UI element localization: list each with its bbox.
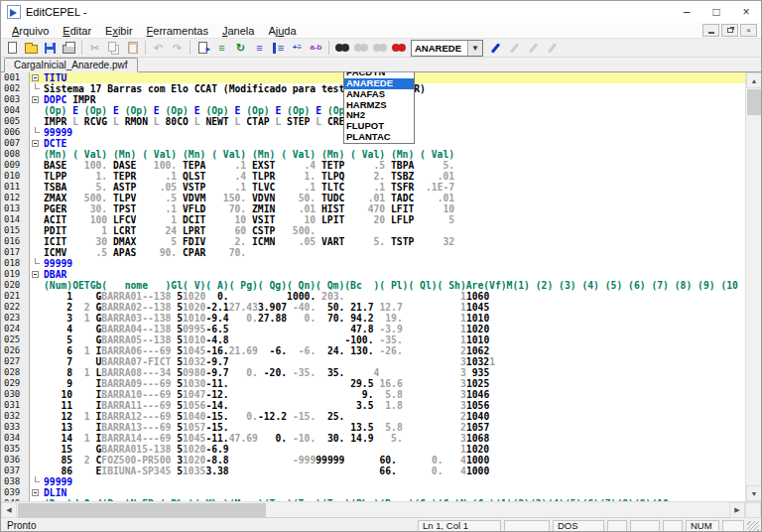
scroll-left-icon[interactable]: ◀ <box>1 502 17 518</box>
horizontal-scrollbar[interactable]: ◀ ▶ <box>1 501 761 517</box>
editor-line[interactable]: 009BASE 100. DASE 100. TEPA .1 EXST .4 T… <box>1 160 745 171</box>
menu-item-arquivo[interactable]: Arquivo <box>5 25 56 37</box>
find-icon[interactable] <box>332 39 351 57</box>
ab-toggle-icon[interactable]: a-b <box>307 39 325 57</box>
editor-line[interactable]: 011TSBA 5. ASTP .05 VSTP .1 TLVC .1 TLTC… <box>1 182 745 193</box>
vertical-scroll-thumb[interactable] <box>747 89 761 115</box>
minimize-button[interactable]: – <box>672 1 701 23</box>
fold-marker <box>30 302 44 313</box>
program-option-anafas[interactable]: ANAFAS <box>344 89 414 100</box>
refresh-record-icon[interactable]: ↻ <box>231 39 250 57</box>
mdi-restore-button[interactable] <box>721 24 738 37</box>
fold-marker <box>30 356 44 367</box>
horizontal-scroll-thumb[interactable] <box>18 503 266 517</box>
line-text: 99999 <box>44 476 72 487</box>
editor-line[interactable]: 035 15 GBARRA015-138 51020-6.9 11020 <box>1 444 745 455</box>
editor-line[interactable]: 033 13 IBARRA13---69 51057-15. 13.5 5.8 … <box>1 422 745 433</box>
editor-line[interactable]: 013PGER 30. TPST .1 VFLD 70. ZMIN .01 HI… <box>1 203 745 214</box>
mdi-close-button[interactable]: × <box>740 24 757 37</box>
menu-item-janela[interactable]: Janela <box>215 25 261 37</box>
redo-icon: ↷ <box>173 43 182 54</box>
line-number: 035 <box>1 444 30 455</box>
record-list-icon[interactable]: ≡ <box>250 39 269 57</box>
print-icon[interactable] <box>60 39 78 57</box>
editor-line[interactable]: 037 86 EIBIUNA-SP345 510353.38 66. 0. 41… <box>1 466 745 476</box>
line-number: 013 <box>1 203 30 214</box>
editor-line[interactable]: 014ACIT 100 LFCV 1 DCIT 10 VSIT 10 LPIT … <box>1 214 745 225</box>
fold-marker <box>30 182 44 193</box>
line-number: 009 <box>1 160 30 171</box>
insert-record-icon[interactable] <box>193 39 212 57</box>
format-record-icon[interactable]: ≡ <box>212 39 231 57</box>
line-text: 10 IBARRA10---69 51047-12. 9. 5.8 31046 <box>44 389 489 400</box>
line-text: DBAR <box>44 269 66 280</box>
fold-collapse-icon[interactable] <box>30 269 44 280</box>
open-file-icon[interactable] <box>22 39 41 57</box>
editor-line[interactable]: 024 4 GBARRA04--138 50995-6.5 47.8 -3.9 … <box>1 324 745 334</box>
editor-line[interactable]: 028 8 1 LBARRA08---34 50980-9.7 0. -20. … <box>1 367 745 378</box>
editor-line[interactable]: 036 85 2 CFOZ500-PR500 31020-8.8 -999999… <box>1 455 745 466</box>
scroll-down-icon[interactable]: ▼ <box>746 485 761 501</box>
scroll-right-icon[interactable]: ▶ <box>729 502 745 518</box>
editor-line[interactable]: 03899999 <box>1 476 745 487</box>
editor-line[interactable]: 019DBAR <box>1 269 745 280</box>
line-number: 026 <box>1 345 30 356</box>
editor-line[interactable]: 015PDIT 1 LCRT 24 LPRT 60 CSTP 500. <box>1 225 745 236</box>
line-text: 9 IBARRA09---69 51030-11. 29.5 16.6 3102… <box>44 378 489 389</box>
fold-collapse-icon[interactable] <box>30 94 44 105</box>
line-text: ACIT 100 LFCV 1 DCIT 10 VSIT 10 LPIT 20 … <box>44 214 454 225</box>
resize-grip[interactable] <box>747 521 759 532</box>
editor-line[interactable]: 016ICIT 30 DMAX 5 FDIV 2. ICMN .05 VART … <box>1 236 745 247</box>
find-in-files-icon[interactable] <box>389 39 408 57</box>
mdi-minimize-button[interactable] <box>702 24 719 37</box>
line-text: 86 EIBIUNA-SP345 510353.38 66. 0. 41000 <box>44 466 489 476</box>
editor-line[interactable]: 020(Num)OETGb( nome )Gl( V)( A)( Pg)( Qg… <box>1 280 745 291</box>
menu-item-exibir[interactable]: Exibir <box>98 25 140 37</box>
line-number: 024 <box>1 324 30 334</box>
editor-line[interactable]: 017ICMV .5 APAS 90. CPAR 70. <box>1 247 745 258</box>
editor-line[interactable]: 039DLIN <box>1 487 745 498</box>
editor-line[interactable]: 029 9 IBARRA09---69 51030-11. 29.5 16.6 … <box>1 378 745 389</box>
line-text: 11 IBARRA11---69 51056-14. 3.5 1.8 31056 <box>44 400 489 411</box>
maximize-button[interactable]: □ <box>701 1 731 23</box>
editor-line[interactable]: 031 11 IBARRA11---69 51056-14. 3.5 1.8 3… <box>1 400 745 411</box>
line-text: 85 2 CFOZ500-PR500 31020-8.8 -99999999 6… <box>44 455 489 466</box>
editor-line[interactable]: 021 1 GBARRA01--138 51020 0. 1000. 203. … <box>1 291 745 302</box>
status-pane <box>607 520 627 532</box>
close-button[interactable]: × <box>731 1 761 23</box>
editor-line[interactable]: 008(Mn) ( Val) (Mn) ( Val) (Mn) ( Val) (… <box>1 149 745 160</box>
menu-item-ajuda[interactable]: Ajuda <box>261 25 303 37</box>
line-text: 14 1 IBARRA14---69 51045-11.47.69 0. -10… <box>44 433 489 444</box>
tab-cargainicial-anarede[interactable]: CargaInicial_Anarede.pwf <box>4 58 138 72</box>
save-icon[interactable] <box>41 39 60 57</box>
new-document-icon[interactable] <box>3 39 22 57</box>
editor-line[interactable]: 026 6 1 IBARRA06---69 51045-16.21.69 -6.… <box>1 345 745 356</box>
vertical-scrollbar[interactable]: ▲ ▼ <box>745 72 761 501</box>
program-option-plantac[interactable]: PLANTAC <box>344 132 414 143</box>
editor-line[interactable]: 034 14 1 IBARRA14---69 51045-11.47.69 0.… <box>1 433 745 444</box>
toolbar-separator <box>328 41 329 55</box>
insert-line-icon[interactable]: +≡ <box>288 39 307 57</box>
fold-marker <box>30 225 44 236</box>
editor-line[interactable]: 012ZMAX 500. TLPV .5 VDVM 150. VDVN 50. … <box>1 193 745 203</box>
editor-line[interactable]: 032 12 1 IBARRA12---69 51040-15. 0.-12.2… <box>1 411 745 422</box>
editor-line[interactable]: 025 5 GBARRA05--138 51010-4.8 -100. -35.… <box>1 334 745 345</box>
editor-line[interactable]: 01899999 <box>1 258 745 269</box>
indent-record-icon[interactable]: ≡ <box>269 39 288 57</box>
editor-line[interactable]: 023 3 1 GBARRA03--138 51010-9.4 0.27.88 … <box>1 313 745 324</box>
editor-line[interactable]: 010TLPP 1. TEPR .1 QLST .4 TLPR 1. TLPQ … <box>1 171 745 182</box>
menu-item-ferramentas[interactable]: Ferramentas <box>140 25 215 37</box>
editor-area[interactable]: 001TITU002Sistema 17 Barras com Elo CCAT… <box>1 72 761 501</box>
editor-line[interactable]: 027 7 UBARRA07-FICT 51032-9.7 310321 <box>1 356 745 367</box>
line-number: 029 <box>1 378 30 389</box>
program-select[interactable]: ANAREDE▼ <box>411 40 483 57</box>
scroll-up-icon[interactable]: ▲ <box>746 72 761 88</box>
menu-item-editar[interactable]: Editar <box>56 25 98 37</box>
fold-collapse-icon[interactable] <box>30 487 44 498</box>
editor-line[interactable]: 030 10 IBARRA10---69 51047-12. 9. 5.8 31… <box>1 389 745 400</box>
validate-icon[interactable] <box>486 39 505 57</box>
chevron-down-icon[interactable]: ▼ <box>467 41 482 56</box>
fold-collapse-icon[interactable] <box>30 72 44 83</box>
fold-collapse-icon[interactable] <box>30 138 44 149</box>
editor-line[interactable]: 022 2 2 GBARRA02--138 51020-2.127.433.90… <box>1 302 745 313</box>
